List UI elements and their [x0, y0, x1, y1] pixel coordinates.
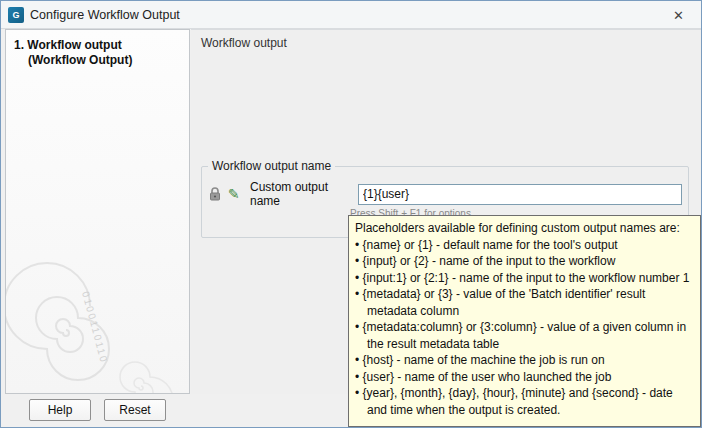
watermark-spiral	[5, 183, 190, 394]
window-title: Configure Workflow Output	[30, 8, 180, 22]
dialog-window: G Configure Workflow Output ✕ 1. Workflo…	[0, 0, 702, 428]
tooltip-title: Placeholders available for defining cust…	[355, 220, 694, 237]
wizard-sidebar: 1. Workflow output (Workflow Output) 010…	[5, 29, 190, 394]
tooltip-item: {input} or {2} - name of the input to th…	[355, 253, 694, 270]
tooltip-item: {metadata} or {3} - value of the 'Batch …	[355, 286, 694, 319]
reset-button[interactable]: Reset	[104, 399, 166, 421]
edit-pencil-icon[interactable]: ✎	[228, 187, 244, 201]
help-button[interactable]: Help	[29, 399, 91, 421]
watermark-digits: 0100110110	[80, 290, 110, 364]
app-icon: G	[8, 7, 24, 23]
tooltip-item: {host} - name of the machine the job is …	[355, 352, 694, 369]
tooltip-item: {name} or {1} - default name for the too…	[355, 237, 694, 254]
tooltip-list: {name} or {1} - default name for the too…	[355, 237, 694, 419]
tooltip-item: {year}, {month}, {day}, {hour}, {minute}…	[355, 385, 694, 418]
page-title: Workflow output	[201, 36, 287, 50]
custom-output-name-label: Custom output name	[250, 180, 358, 208]
placeholders-tooltip: Placeholders available for defining cust…	[348, 215, 701, 427]
group-title: Workflow output name	[208, 159, 335, 173]
tooltip-item: {metadata:column} or {3:column} - value …	[355, 319, 694, 352]
wizard-step-1: 1. Workflow output (Workflow Output)	[6, 30, 189, 68]
close-icon[interactable]: ✕	[656, 1, 701, 29]
tooltip-item: {user} - name of the user who launched t…	[355, 369, 694, 386]
lock-icon[interactable]	[208, 186, 222, 202]
custom-output-name-input[interactable]	[358, 184, 682, 205]
custom-output-name-row: ✎ Custom output name	[208, 183, 682, 205]
title-bar: G Configure Workflow Output ✕	[1, 1, 701, 29]
tooltip-item: {input:1} or {2:1} - name of the input t…	[355, 270, 694, 287]
